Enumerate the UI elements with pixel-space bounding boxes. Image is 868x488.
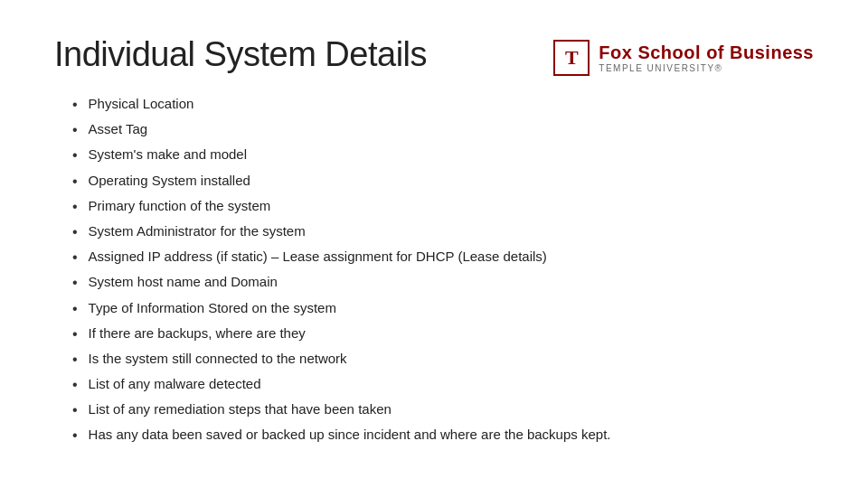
list-item: List of any malware detected bbox=[72, 374, 814, 395]
temple-t-letter: T bbox=[565, 46, 579, 70]
bullet-list: Physical LocationAsset TagSystem's make … bbox=[72, 94, 814, 446]
logo-fox-label: Fox School of Business bbox=[599, 42, 814, 63]
page-title: Individual System Details bbox=[54, 36, 427, 74]
list-item: Has any data been saved or backed up sin… bbox=[72, 425, 814, 446]
slide: Individual System Details T Fox School o… bbox=[0, 0, 868, 488]
list-item: List of any remediation steps that have … bbox=[72, 399, 814, 420]
list-item: System's make and model bbox=[72, 145, 814, 165]
list-item: System host name and Domain bbox=[72, 272, 814, 293]
list-item: Type of Information Stored on the system bbox=[72, 298, 814, 319]
list-item: Asset Tag bbox=[72, 119, 814, 140]
logo-text-block: Fox School of Business TEMPLE UNIVERSITY… bbox=[599, 42, 814, 74]
list-item: System Administrator for the system bbox=[72, 221, 814, 242]
logo: T Fox School of Business TEMPLE UNIVERSI… bbox=[553, 40, 814, 76]
list-item: Operating System installed bbox=[72, 171, 814, 192]
logo-temple-label: TEMPLE UNIVERSITY® bbox=[599, 63, 814, 74]
list-item: If there are backups, where are they bbox=[72, 324, 814, 344]
list-item: Primary function of the system bbox=[72, 196, 814, 217]
bullet-content: Physical LocationAsset TagSystem's make … bbox=[54, 94, 814, 446]
list-item: Physical Location bbox=[72, 94, 814, 115]
list-item: Assigned IP address (if static) – Lease … bbox=[72, 247, 814, 267]
slide-header: Individual System Details T Fox School o… bbox=[54, 36, 814, 76]
temple-logo-icon: T bbox=[553, 40, 590, 76]
list-item: Is the system still connected to the net… bbox=[72, 349, 814, 370]
